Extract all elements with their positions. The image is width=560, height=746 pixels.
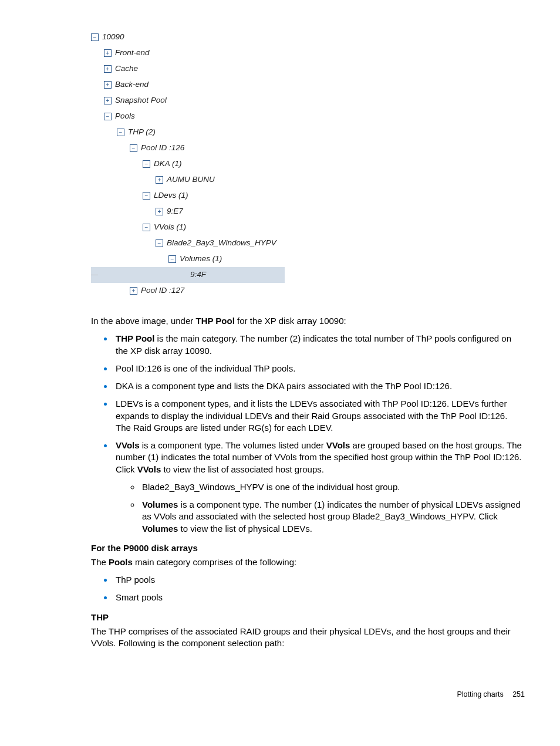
collapse-icon[interactable]: −	[91, 33, 99, 41]
tree-label: Pools	[115, 111, 135, 122]
text-bold: Pools	[109, 557, 133, 567]
intro-paragraph: In the above image, under THP Pool for t…	[91, 315, 525, 327]
expand-icon[interactable]: +	[156, 208, 163, 215]
text-bold: VVols	[137, 464, 161, 474]
tree-label: 10090	[102, 32, 124, 43]
sub-list: Blade2_Bay3_Windows_HYPV is one of the i…	[116, 481, 525, 535]
text-bold: Volumes	[142, 499, 178, 509]
collapse-icon[interactable]: −	[104, 113, 112, 120]
tree-item-frontend[interactable]: + Front-end	[91, 45, 525, 61]
tree-item-dka[interactable]: − DKA (1)	[91, 156, 525, 172]
tree-label: Volumes (1)	[180, 254, 222, 265]
tree-label: THP (2)	[128, 127, 156, 138]
tree-item-snapshot[interactable]: + Snapshot Pool	[91, 93, 525, 109]
text: LDEVs is a component types, and it lists…	[116, 399, 507, 433]
paragraph: The Pools main category comprises of the…	[91, 556, 525, 568]
tree-item-ldev1[interactable]: + 9:E7	[91, 204, 525, 220]
list-item: ThP pools	[113, 574, 525, 586]
expand-icon[interactable]: +	[104, 49, 112, 57]
text-bold: Volumes	[142, 524, 178, 534]
text-bold: THP Pool	[116, 333, 154, 343]
collapse-icon[interactable]: −	[130, 144, 137, 152]
text: ThP pools	[116, 575, 155, 585]
tree-label: Front-end	[115, 48, 150, 59]
bullet-list: ThP pools Smart pools	[91, 574, 525, 604]
collapse-icon[interactable]: −	[117, 129, 124, 136]
text: The	[91, 557, 109, 567]
tree-item-thp[interactable]: − THP (2)	[91, 124, 525, 140]
collapse-icon[interactable]: −	[143, 224, 150, 231]
text: DKA is a component type and lists the DK…	[116, 381, 452, 391]
list-item: THP Pool is the main category. The numbe…	[113, 333, 525, 357]
expand-icon[interactable]: +	[130, 287, 137, 295]
text-bold: VVols	[326, 440, 350, 450]
text: Smart pools	[116, 592, 163, 602]
list-item: VVols is a component type. The volumes l…	[113, 440, 525, 535]
tree-label: Pool ID :127	[141, 285, 184, 296]
bullet-list: THP Pool is the main category. The numbe…	[91, 333, 525, 535]
list-item: DKA is a component type and lists the DK…	[113, 380, 525, 392]
tree-label: VVols (1)	[154, 222, 186, 233]
text: to view the list of physical LDEVs.	[178, 524, 312, 534]
page-footer: Plotting charts 251	[91, 690, 525, 698]
text: is a component type. The volumes listed …	[140, 440, 326, 450]
footer-section: Plotting charts	[457, 690, 503, 698]
tree-item-ldevs[interactable]: − LDevs (1)	[91, 188, 525, 204]
expand-icon[interactable]: +	[104, 65, 112, 73]
tree-label: Blade2_Bay3_Windows_HYPV	[167, 238, 276, 249]
heading-thp: THP	[91, 612, 525, 622]
text: for the XP disk array 10090:	[235, 316, 346, 326]
expand-icon[interactable]: +	[156, 176, 163, 184]
collapse-icon[interactable]: −	[143, 192, 150, 200]
tree-label: Back-end	[115, 79, 149, 90]
heading-p9000: For the P9000 disk arrays	[91, 543, 525, 553]
text: In the above image, under	[91, 316, 195, 326]
tree-label: Pool ID :126	[141, 143, 184, 154]
footer-page-number: 251	[512, 690, 525, 698]
tree-label: AUMU BUNU	[167, 174, 215, 185]
tree-item-vvols[interactable]: − VVols (1)	[91, 220, 525, 235]
list-item: Smart pools	[113, 592, 525, 603]
tree-item-pool127[interactable]: + Pool ID :127	[91, 283, 525, 299]
collapse-icon[interactable]: −	[143, 160, 150, 168]
tree-item-pools[interactable]: − Pools	[91, 109, 525, 124]
tree-label: Cache	[115, 63, 138, 75]
text: is a component type. The number (1) indi…	[142, 499, 521, 521]
text: main category comprises of the following…	[133, 557, 296, 567]
tree-item-backend[interactable]: + Back-end	[91, 77, 525, 93]
list-item: Pool ID:126 is one of the individual ThP…	[113, 363, 525, 374]
list-item: Blade2_Bay3_Windows_HYPV is one of the i…	[140, 481, 525, 493]
tree-label: LDevs (1)	[154, 190, 188, 201]
tree-label: 9:E7	[167, 206, 183, 217]
tree-item-vol1[interactable]: 9:4F	[91, 267, 285, 283]
tree-item-cache[interactable]: + Cache	[91, 61, 525, 77]
text-bold: THP Pool	[195, 316, 234, 326]
expand-icon[interactable]: +	[104, 81, 112, 89]
tree-item-aumu[interactable]: + AUMU BUNU	[91, 172, 525, 188]
tree-root[interactable]: − 10090	[91, 29, 525, 45]
tree-item-pool126[interactable]: − Pool ID :126	[91, 140, 525, 156]
text: Pool ID:126 is one of the individual ThP…	[116, 363, 295, 373]
collapse-icon[interactable]: −	[156, 239, 163, 247]
text: is the main category. The number (2) ind…	[116, 333, 511, 355]
tree-label: 9:4F	[190, 269, 206, 281]
list-item: LDEVs is a component types, and it lists…	[113, 398, 525, 434]
tree-view: − 10090 + Front-end + Cache + Back-end +…	[91, 29, 525, 299]
text-bold: VVols	[116, 440, 140, 450]
text: Blade2_Bay3_Windows_HYPV is one of the i…	[142, 482, 400, 492]
text: The THP comprises of the associated RAID…	[91, 626, 511, 648]
paragraph: The THP comprises of the associated RAID…	[91, 626, 525, 650]
tree-label: Snapshot Pool	[115, 95, 167, 106]
tree-label: DKA (1)	[154, 158, 182, 170]
collapse-icon[interactable]: −	[168, 255, 176, 263]
expand-icon[interactable]: +	[104, 97, 112, 104]
list-item: Volumes is a component type. The number …	[140, 499, 525, 535]
tree-item-hostgroup[interactable]: − Blade2_Bay3_Windows_HYPV	[91, 235, 525, 251]
text: to view the list of associated host grou…	[161, 464, 324, 474]
tree-item-volumes[interactable]: − Volumes (1)	[91, 251, 525, 267]
